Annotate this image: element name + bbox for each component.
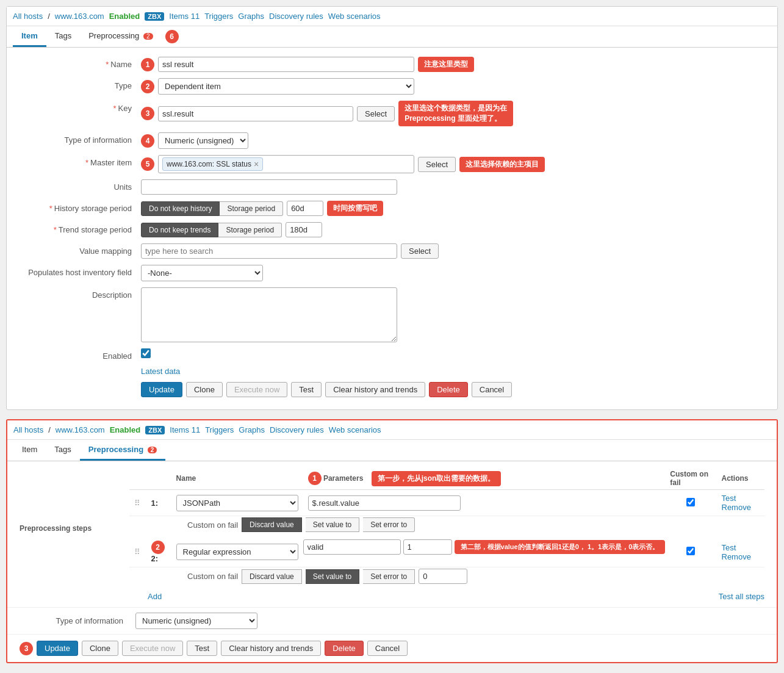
tab-item[interactable]: Item (13, 26, 46, 47)
pp-cancel-button[interactable]: Cancel (367, 641, 408, 656)
pp-enabled: Enabled (110, 425, 141, 434)
test-button[interactable]: Test (291, 382, 322, 397)
history-no-keep-btn[interactable]: Do not keep history (141, 201, 220, 216)
delete-button[interactable]: Delete (429, 382, 468, 397)
pp-steps-header: Preprocessing steps (20, 524, 129, 533)
units-label: Units (19, 179, 141, 192)
key-select-button[interactable]: Select (357, 106, 395, 121)
value-mapping-label: Value mapping (19, 243, 141, 256)
pp-annotation-2: 2 (151, 541, 165, 554)
trend-storage-btn[interactable]: Storage period (218, 223, 282, 237)
step-2-fail-value[interactable] (419, 569, 467, 584)
pp-graphs-link[interactable]: Graphs (239, 425, 265, 434)
master-item-remove[interactable]: × (254, 159, 259, 169)
history-storage-btn[interactable]: Storage period (220, 201, 283, 216)
execute-now-button[interactable]: Execute now (226, 382, 287, 397)
all-hosts-link[interactable]: All hosts (13, 12, 43, 21)
step-2-param2[interactable] (403, 539, 452, 555)
units-input[interactable] (141, 179, 397, 195)
pp-triggers-link[interactable]: Triggers (205, 425, 234, 434)
tab-preprocessing[interactable]: Preprocessing 2 (80, 26, 161, 47)
step-2-discard-btn[interactable]: Discard value (242, 569, 302, 584)
graphs-link[interactable]: Graphs (238, 12, 264, 21)
step-2-type-select[interactable]: Regular expression (176, 544, 298, 560)
step-1-remove-link[interactable]: Remove (722, 503, 751, 512)
step-2-remove-link[interactable]: Remove (722, 552, 751, 561)
step-1-custom-fail-checkbox[interactable] (686, 498, 695, 506)
step-1-fail-row: Custom on fail Discard value Set value t… (129, 516, 764, 538)
step-2-custom-fail-checkbox[interactable] (686, 547, 695, 555)
value-mapping-input[interactable] (141, 243, 397, 259)
add-step-link[interactable]: Add (148, 592, 162, 601)
name-label: *Name (19, 57, 141, 69)
latest-data-link[interactable]: Latest data (141, 367, 765, 376)
history-period-input[interactable] (287, 201, 323, 216)
step-2-set-value-btn[interactable]: Set value to (306, 569, 359, 584)
master-item-tag: www.163.com: SSL status × (162, 157, 263, 171)
clear-history-button[interactable]: Clear history and trends (325, 382, 425, 397)
items-link[interactable]: Items 11 (169, 12, 200, 21)
pp-annotation-1: 1 (308, 472, 322, 485)
pp-delete-button[interactable]: Delete (325, 641, 364, 656)
pp-tab-item[interactable]: Item (13, 440, 46, 461)
pp-clone-button[interactable]: Clone (82, 641, 118, 656)
pp-items-link[interactable]: Items 11 (170, 425, 200, 434)
type-of-info-select[interactable]: Numeric (unsigned) (158, 132, 248, 149)
step-2-set-error-btn[interactable]: Set error to (363, 569, 415, 584)
step-1-discard-btn[interactable]: Discard value (242, 517, 302, 532)
annotation-1: 1 (141, 58, 154, 71)
step-2-param1[interactable] (303, 539, 401, 555)
step-1-test-link[interactable]: Test (722, 494, 736, 503)
populates-label: Populates host inventory field (19, 265, 141, 277)
trend-period-input[interactable] (286, 222, 322, 237)
pp-host-link[interactable]: www.163.com (56, 425, 105, 434)
pp-discovery-rules-link[interactable]: Discovery rules (270, 425, 324, 434)
step-1-set-error-btn[interactable]: Set error to (363, 517, 415, 532)
description-textarea[interactable] (141, 287, 397, 342)
pp-sep: / (48, 425, 51, 434)
pp-test-button[interactable]: Test (187, 641, 217, 656)
callout-type: 注意这里类型 (418, 57, 474, 72)
update-button[interactable]: Update (141, 382, 182, 397)
step-1-drag[interactable]: ⠿ (129, 490, 146, 516)
pp-col-name: Name (171, 467, 303, 490)
annotation-2: 2 (141, 80, 154, 93)
step-2-drag[interactable]: ⠿ (129, 537, 146, 567)
enabled-label: Enabled (19, 348, 141, 361)
step-1-type-select[interactable]: JSONPath (176, 495, 298, 511)
pp-all-hosts-link[interactable]: All hosts (13, 425, 43, 434)
pp-col-actions: Actions (717, 467, 765, 490)
master-item-select-button[interactable]: Select (418, 157, 456, 172)
pp-callout-2: 第二部，根据value的值判断返回1还是0， 1。1表示是，0表示否。 (455, 540, 666, 554)
web-scenarios-link[interactable]: Web scenarios (328, 12, 381, 21)
annotation-6: 6 (165, 30, 179, 43)
key-label: *Key (19, 101, 141, 113)
value-mapping-select-button[interactable]: Select (401, 243, 439, 259)
type-select[interactable]: Dependent item (158, 78, 414, 95)
host-link[interactable]: www.163.com (55, 12, 104, 21)
pp-execute-now-button[interactable]: Execute now (122, 641, 183, 656)
custom-fail-1-label: Custom on fail (187, 520, 238, 530)
pp-web-scenarios-link[interactable]: Web scenarios (329, 425, 381, 434)
step-1-param1[interactable] (308, 495, 461, 511)
clone-button[interactable]: Clone (186, 382, 223, 397)
pp-type-info-select[interactable]: Numeric (unsigned) (135, 613, 257, 629)
enabled-checkbox[interactable] (141, 348, 151, 358)
pp-tab-preprocessing[interactable]: Preprocessing 2 (80, 440, 166, 461)
step-1-set-value-btn[interactable]: Set value to (306, 517, 359, 532)
step-2-test-link[interactable]: Test (722, 543, 736, 552)
type-of-info-label: Type of information (19, 132, 141, 145)
key-input[interactable] (158, 106, 353, 121)
pp-tab-tags[interactable]: Tags (46, 440, 79, 461)
name-input[interactable] (158, 57, 414, 72)
pp-update-button[interactable]: Update (37, 641, 78, 656)
pp-clear-history-button[interactable]: Clear history and trends (221, 641, 321, 656)
test-all-steps-link[interactable]: Test all steps (719, 592, 764, 601)
populates-select[interactable]: -None- (141, 265, 263, 281)
cancel-button[interactable]: Cancel (472, 382, 512, 397)
tab-tags[interactable]: Tags (46, 26, 80, 47)
triggers-link[interactable]: Triggers (204, 12, 233, 21)
discovery-rules-link[interactable]: Discovery rules (269, 12, 323, 21)
master-item-label: *Master item (19, 155, 141, 167)
trend-no-keep-btn[interactable]: Do not keep trends (141, 223, 218, 237)
